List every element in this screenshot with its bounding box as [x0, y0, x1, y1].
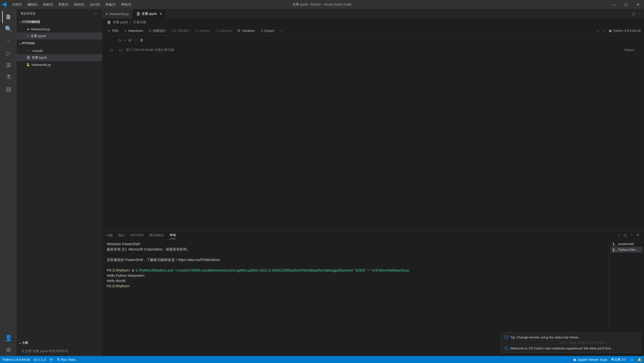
sidebar: 资源管理器 ⋯ ⌄打开的编辑器 ● Helloworld.py × 变量.ipy…	[17, 9, 102, 356]
menu-file[interactable]: 文件(F)	[10, 1, 24, 8]
notification-toast[interactable]: i Tip: Change kernels using the status b…	[501, 332, 641, 342]
chevron-down-icon[interactable]: ⌄	[597, 29, 599, 33]
run-cell-gutter-icon[interactable]: ▷	[108, 48, 116, 52]
split-editor-icon[interactable]: ◫	[632, 12, 635, 16]
outline-header[interactable]: ⌄大纲	[17, 339, 102, 346]
notebook-cell[interactable]: ▷ [ ] 按下 Ctrl+Alt+Enter 以执行单元格 Python	[102, 45, 644, 55]
terminal-list-item[interactable]: ❯_powershell	[611, 241, 642, 247]
tree-item-label: Helloworld.py	[32, 63, 51, 67]
file-item[interactable]: 📓 变量.ipynb	[17, 54, 102, 61]
split-cell-icon[interactable]: ⊟	[128, 38, 131, 42]
export-button[interactable]: ↧Export	[259, 28, 276, 34]
add-markdown-cell-button[interactable]: ＋Markdown	[122, 28, 145, 34]
run-by-line-icon[interactable]: ▹	[124, 38, 126, 42]
panel-tab-debug-console[interactable]: 调试控制台	[149, 232, 164, 239]
notification-toast[interactable]: i Welcome to VS Code's new notebook expe…	[501, 343, 641, 353]
source-control-icon[interactable]: ⑂	[2, 35, 14, 47]
file-item[interactable]: 🐍 Helloworld.py	[17, 61, 102, 68]
status-feedback-icon[interactable]: ☺	[630, 358, 633, 361]
menu-selection[interactable]: 选择(S)	[40, 1, 55, 8]
menu-run[interactable]: 运行(R)	[87, 1, 103, 8]
terminal-list-item[interactable]: ❯_Python Deb...	[611, 247, 642, 253]
menu-edit[interactable]: 编辑(E)	[25, 1, 40, 8]
kernel-selector[interactable]: ▣ Python 3.9.6 64-bit	[609, 29, 640, 33]
close-icon[interactable]: ×	[160, 12, 162, 16]
menu-bar: 文件(F) 编辑(E) 选择(S) 查看(V) 转到(G) 运行(R) 终端(T…	[9, 1, 134, 8]
minimize-button[interactable]: —	[608, 0, 620, 9]
outline-label: 大纲	[22, 341, 28, 345]
folder-item[interactable]: › .vscode	[17, 47, 102, 54]
sidebar-more-icon[interactable]: ⋯	[94, 11, 98, 16]
menu-terminal[interactable]: 终端(T)	[103, 1, 118, 8]
close-panel-icon[interactable]: ✕	[636, 231, 639, 239]
vscode-logo-icon	[0, 2, 9, 7]
open-editor-label: Helloworld.py	[31, 27, 50, 31]
project-header[interactable]: ⌄PYTHON	[17, 40, 102, 47]
jupyter-icon[interactable]: ▤	[2, 83, 14, 95]
tree-item-label: .vscode	[32, 49, 43, 53]
breadcrumb[interactable]: 📓 变量.ipynb › 空单元格	[102, 19, 644, 26]
more-toolbar-icon[interactable]: ⋯	[278, 28, 284, 34]
cell-editor[interactable]: 按下 Ctrl+Alt+Enter 以执行单元格	[126, 46, 624, 54]
close-button[interactable]: ✕	[632, 0, 644, 9]
python-file-icon: 🐍	[26, 63, 31, 66]
cell-language-label[interactable]: Python	[624, 48, 638, 52]
menu-help[interactable]: 帮助(H)	[119, 1, 134, 8]
notifications: i Tip: Change kernels using the status b…	[501, 332, 641, 353]
editor-area: ● Helloworld.py 📓 变量.ipynb × ◫ ⋯ 📓 变量.ip…	[102, 9, 644, 356]
maximize-button[interactable]: ▢	[620, 0, 632, 9]
close-icon[interactable]: ×	[26, 34, 31, 38]
breadcrumb-item[interactable]: 变量.ipynb	[113, 20, 128, 25]
editor-tab[interactable]: ● Helloworld.py	[102, 9, 133, 19]
panel-tab-terminal[interactable]: 终端	[170, 231, 176, 239]
new-terminal-icon[interactable]: ＋	[617, 231, 621, 239]
more-actions-icon[interactable]: ⋯	[638, 12, 641, 16]
panel-tab-output[interactable]: 输出	[118, 232, 124, 239]
restart-kernel-button[interactable]: ↻Restart	[194, 28, 212, 34]
panel-tab-jupyter[interactable]: JUPYTER	[130, 232, 144, 238]
panel-tab-problems[interactable]: 问题	[107, 232, 113, 239]
notebook-toolbar: ＋代码 ＋Markdown ▷全部运行 ⌫清除输出 ↻Restart ☐Inte…	[102, 26, 644, 36]
beaker-icon: ⚗	[57, 358, 60, 361]
delete-cell-icon[interactable]: 🗑	[140, 38, 143, 42]
editor-tab[interactable]: 📓 变量.ipynb ×	[133, 9, 166, 19]
search-icon[interactable]: 🔍	[2, 23, 14, 35]
info-icon: i	[504, 335, 508, 339]
clear-output-button[interactable]: ⌫清除输出	[170, 28, 192, 34]
testing-icon[interactable]: ⚗	[2, 71, 14, 83]
window-title: 变量.ipynb - Python - Visual Studio Code	[293, 2, 351, 7]
menu-view[interactable]: 查看(V)	[56, 1, 71, 8]
notebook-file-icon: 📓	[26, 56, 31, 59]
status-notifications-icon[interactable]: 🔔	[637, 358, 641, 361]
run-all-button[interactable]: ▷全部运行	[147, 28, 167, 34]
open-editor-item[interactable]: ● Helloworld.py	[17, 26, 102, 33]
account-icon[interactable]: 👤	[2, 332, 14, 344]
editor-tabs: ● Helloworld.py 📓 变量.ipynb × ◫ ⋯	[102, 9, 644, 19]
notebook-file-icon: 📓	[107, 21, 111, 24]
status-cell-position[interactable]: 单元格 1/1	[611, 357, 626, 362]
status-python-version[interactable]: Python 3.9.6 64-bit	[3, 358, 30, 361]
status-run-tests[interactable]: ⚗Run Tests	[57, 358, 75, 361]
maximize-panel-icon[interactable]: ＾	[630, 231, 633, 239]
settings-gear-icon[interactable]: ⚙	[2, 344, 14, 356]
status-problems[interactable]: ⊘ 0 ⚠ 0	[34, 358, 46, 361]
status-jupyter-server[interactable]: ◉Jupyter Server: local	[573, 358, 607, 361]
breadcrumb-item[interactable]: 空单元格	[133, 20, 146, 25]
menu-go[interactable]: 转到(G)	[71, 1, 87, 8]
open-editors-header[interactable]: ⌄打开的编辑器	[17, 18, 102, 26]
extensions-icon[interactable]: ⊞	[2, 59, 14, 71]
run-cell-icon[interactable]: ▷	[119, 38, 122, 42]
export-icon: ↧	[261, 29, 263, 33]
status-sync-icon[interactable]: ⟳	[50, 358, 53, 361]
cell-more-icon[interactable]: ⋯	[134, 38, 137, 42]
tab-label: 变量.ipynb	[142, 12, 157, 16]
split-terminal-icon[interactable]: ◫	[624, 231, 627, 239]
interrupt-kernel-button[interactable]: ☐Interrupt	[214, 28, 233, 34]
open-editor-item[interactable]: × 变量.ipynb	[17, 33, 102, 40]
variables-button[interactable]: ☰Variables	[236, 28, 256, 34]
explorer-icon[interactable]: 🗎	[2, 11, 14, 23]
run-debug-icon[interactable]: ▷	[2, 47, 14, 59]
add-code-cell-button[interactable]: ＋代码	[106, 28, 120, 34]
open-editors-label: 打开的编辑器	[22, 20, 40, 24]
notebook-cells: ▷ ▹ ⊟ ⋯ 🗑 ▷ [ ] 按下 Ctrl+Alt+Enter 以执行单元格…	[102, 36, 644, 231]
